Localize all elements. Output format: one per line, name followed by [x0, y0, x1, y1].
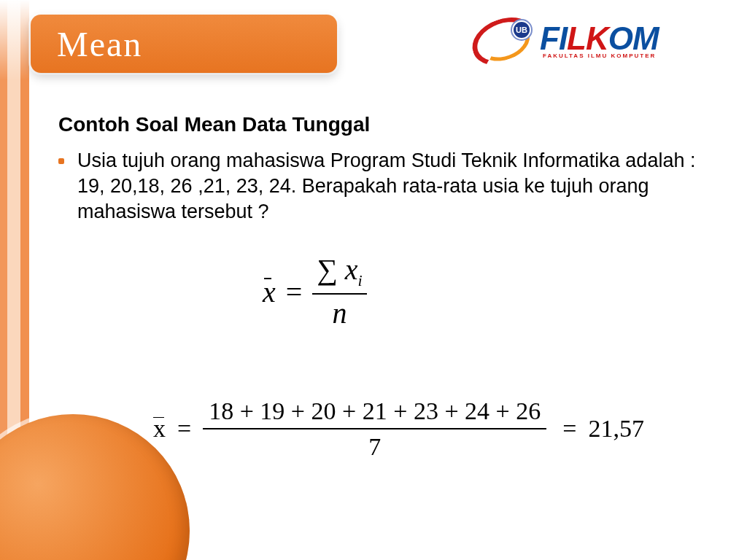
mean-formula-definition: x = ∑ xi n [263, 255, 367, 328]
logo-text: FI LK OM FAKULTAS ILMU KOMPUTER [540, 24, 659, 60]
institution-logo: UB FI LK OM FAKULTAS ILMU KOMPUTER [476, 16, 731, 67]
bullet-item: Usia tujuh orang mahasiswa Program Studi… [58, 148, 718, 225]
logo-mark: UB [476, 19, 533, 64]
subheading: Contoh Soal Mean Data Tunggal [58, 113, 718, 136]
logo-word-part-2: LK [567, 24, 608, 53]
sigma-symbol: ∑ [317, 253, 338, 286]
equals-sign: = [286, 275, 303, 309]
bullet-icon [58, 158, 64, 164]
logo-badge: UB [512, 20, 531, 39]
mean-formula-computation: x = 18 + 19 + 20 + 21 + 23 + 24 + 26 7 =… [153, 394, 644, 464]
fraction: 18 + 19 + 20 + 21 + 23 + 24 + 26 7 [203, 394, 546, 464]
content-area: Contoh Soal Mean Data Tunggal Usia tujuh… [58, 113, 718, 225]
result-value: 21,57 [588, 415, 644, 443]
logo-subtitle: FAKULTAS ILMU KOMPUTER [543, 52, 656, 59]
denominator: n [328, 295, 352, 328]
fraction: ∑ xi n [312, 255, 366, 328]
numerator: ∑ xi [312, 255, 366, 293]
equals-sign: = [562, 415, 576, 443]
slide-title: Mean [57, 24, 142, 64]
logo-wordmark: FI LK OM [540, 24, 659, 53]
x-bar-symbol: x [153, 415, 166, 443]
logo-word-part-3: OM [608, 24, 659, 53]
body-text: Usia tujuh orang mahasiswa Program Studi… [77, 148, 718, 225]
numerator: 18 + 19 + 20 + 21 + 23 + 24 + 26 [203, 394, 546, 428]
x-var: x [345, 253, 358, 286]
equals-sign: = [177, 415, 191, 443]
denominator: 7 [363, 429, 387, 464]
logo-word-part-1: FI [540, 24, 567, 53]
slide-title-pill: Mean [31, 15, 337, 73]
subscript-i: i [358, 271, 363, 289]
x-bar-symbol: x [263, 275, 276, 309]
